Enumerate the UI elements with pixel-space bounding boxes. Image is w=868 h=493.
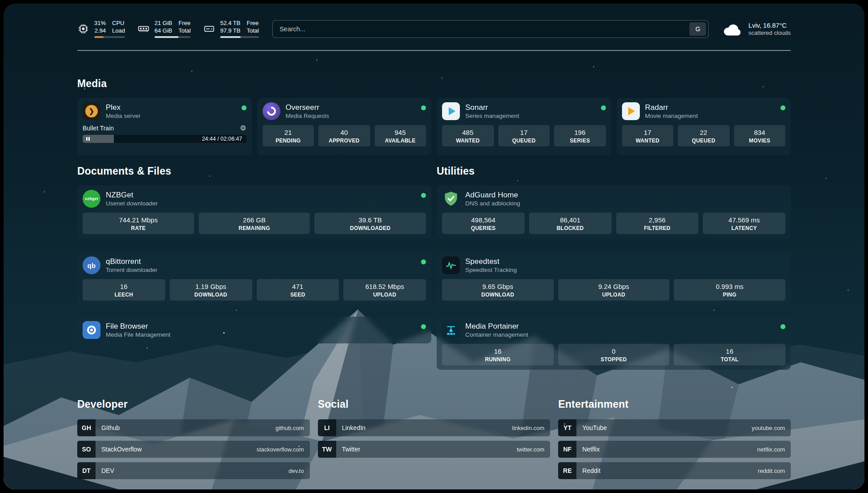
bookmark-row-linkedin[interactable]: LI LinkedIn linkedin.com [318, 419, 551, 436]
service-subtitle: Speedtest Tracking [465, 267, 517, 273]
stat-box: 21PENDING [263, 125, 314, 146]
search-input[interactable] [273, 25, 689, 33]
service-card-filebrowser[interactable]: File Browser Media File Management [77, 317, 431, 343]
service-subtitle: Torrent downloader [106, 267, 158, 273]
disk-widget: 52.4 TB Free 97.9 TB Total [203, 20, 259, 38]
status-dot [780, 105, 785, 110]
bookmark-row-youtube[interactable]: YT YouTube youtube.com [558, 419, 791, 436]
service-subtitle: Series management [465, 113, 519, 119]
stat-box: 40APPROVED [318, 125, 370, 146]
bookmark-group-developer: Developer GH Github github.com SO StackO… [77, 398, 310, 484]
service-card-overseerr[interactable]: Overseerr Media Requests 21PENDING 40APP… [257, 98, 432, 155]
bookmark-url: dev.to [288, 468, 304, 474]
weather-widget: Lviv, 16.87°C scattered clouds [722, 21, 791, 37]
cpu-usage-value: 31% [94, 20, 106, 27]
service-title: Speedtest [465, 257, 517, 266]
cpu-widget: 31% CPU 2.94 Load [77, 20, 125, 38]
adguard-icon [442, 190, 460, 208]
disk-bar [220, 36, 259, 38]
status-dot [421, 324, 426, 329]
service-card-adguard[interactable]: AdGuard Home DNS and adblocking 498,564Q… [437, 185, 791, 238]
stat-box: 618.52 MbpsUPLOAD [343, 279, 426, 301]
service-card-sonarr[interactable]: Sonarr Series management 485WANTED 17QUE… [437, 98, 611, 155]
now-playing-title: Bullet Train [83, 125, 114, 132]
service-card-radarr[interactable]: Radarr Movie management 17WANTED 22QUEUE… [617, 98, 791, 155]
bookmark-url: github.com [275, 425, 304, 431]
service-card-portainer[interactable]: Media Portainer Container management 16R… [437, 317, 791, 370]
status-dot [421, 259, 426, 264]
stat-box: 16TOTAL [674, 344, 785, 365]
service-subtitle: Media Requests [286, 113, 330, 119]
service-title: Media Portainer [465, 322, 528, 331]
bookmark-name: Netflix [582, 446, 600, 453]
nzbget-icon: nzbget [83, 190, 100, 208]
stat-box: 1.19 GbpsDOWNLOAD [170, 279, 252, 301]
bookmark-row-github[interactable]: GH Github github.com [77, 419, 310, 436]
section-title-social: Social [318, 398, 551, 410]
service-title: Overseerr [286, 103, 330, 112]
bookmark-abbr: NF [558, 441, 576, 458]
stat-box: 16RUNNING [442, 344, 554, 365]
disk-icon [203, 23, 215, 35]
dashboard-screen: 31% CPU 2.94 Load [4, 4, 864, 489]
bookmark-row-reddit[interactable]: RE Reddit reddit.com [558, 462, 791, 479]
service-subtitle: Usenet downloader [106, 200, 158, 207]
service-title: Sonarr [465, 103, 519, 112]
radarr-icon [622, 102, 640, 120]
service-card-nzbget[interactable]: nzbget NZBGet Usenet downloader 744.21 M… [77, 185, 431, 238]
bookmark-row-dev[interactable]: DT DEV dev.to [77, 462, 310, 479]
resource-widgets: 31% CPU 2.94 Load [77, 20, 259, 38]
service-title: AdGuard Home [465, 191, 520, 200]
bookmark-url: netflix.com [757, 446, 785, 453]
status-dot [421, 105, 426, 110]
service-card-plex[interactable]: ❯ Plex Media server Bullet Train ⚙ [77, 98, 252, 155]
service-subtitle: Media File Management [106, 331, 171, 338]
bookmark-row-twitter[interactable]: TW Twitter twitter.com [318, 441, 551, 458]
qbittorrent-icon: qb [83, 256, 100, 274]
status-dot [601, 105, 606, 110]
stat-box: 9.24 GbpsUPLOAD [558, 279, 670, 301]
service-card-speedtest[interactable]: Speedtest Speedtest Tracking 9.65 GbpsDO… [437, 252, 791, 305]
search-engine-button[interactable]: G [689, 22, 706, 36]
status-dot [242, 105, 246, 110]
plex-icon: ❯ [83, 102, 100, 120]
service-subtitle: Container management [465, 331, 528, 338]
stat-box: 16LEECH [83, 279, 165, 301]
bookmark-group-entertainment: Entertainment YT YouTube youtube.com NF … [558, 398, 791, 484]
stat-box: 17WANTED [622, 125, 674, 146]
disk-free-value: 52.4 TB [220, 20, 240, 27]
bookmark-name: Github [101, 424, 120, 431]
bookmark-abbr: LI [318, 419, 336, 436]
cpu-icon [77, 23, 89, 35]
overseerr-icon [263, 102, 280, 120]
memory-free-value: 21 GiB [154, 20, 172, 27]
portainer-icon [442, 321, 460, 339]
stat-box: 0STOPPED [558, 344, 670, 365]
service-card-qbittorrent[interactable]: qb qBittorrent Torrent downloader 16LEEC… [77, 252, 431, 305]
bookmark-abbr: RE [558, 462, 576, 479]
bookmark-url: youtube.com [752, 425, 785, 431]
window-frame: 31% CPU 2.94 Load [0, 0, 868, 493]
bookmark-name: Twitter [342, 446, 360, 453]
disk-free-label: Free [246, 20, 259, 27]
stat-box: 266 GBREMAINING [199, 213, 310, 234]
stat-box: 485WANTED [442, 125, 494, 146]
memory-widget: 21 GiB Free 64 GiB Total [138, 20, 191, 38]
bookmark-name: DEV [101, 467, 114, 474]
bookmark-row-netflix[interactable]: NF Netflix netflix.com [558, 441, 791, 458]
status-dot [421, 193, 426, 198]
bookmark-name: StackOverflow [101, 446, 142, 453]
gear-icon[interactable]: ⚙ [240, 125, 246, 132]
snow-specks [4, 4, 5, 5]
stat-box: 39.6 TBDOWNLOADED [314, 213, 426, 234]
section-title-utilities: Utilities [437, 165, 791, 177]
stat-box: 86,401BLOCKED [529, 213, 612, 234]
stat-box: 945AVAILABLE [375, 125, 426, 146]
disk-total-value: 97.9 TB [220, 27, 240, 34]
progress-time: 24:44 / 02:06:47 [202, 136, 242, 142]
bookmark-row-stackoverflow[interactable]: SO StackOverflow stackoverflow.com [77, 441, 310, 458]
bookmark-abbr: YT [558, 419, 576, 436]
section-title-developer: Developer [77, 398, 310, 410]
bookmark-url: linkedin.com [512, 425, 544, 431]
bookmark-abbr: SO [77, 441, 96, 458]
